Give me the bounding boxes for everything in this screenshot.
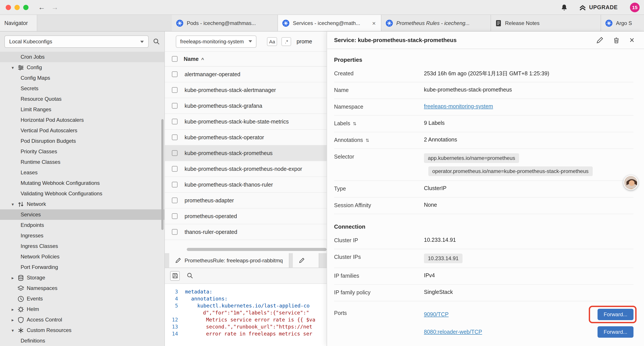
close-icon[interactable]: ×	[630, 36, 634, 44]
scrollbar-thumb[interactable]	[187, 248, 326, 251]
tab-close-icon[interactable]: ×	[371, 19, 376, 26]
dock-tab-partial[interactable]	[293, 253, 319, 268]
minimize-window-button[interactable]	[14, 4, 20, 10]
sidebar-item-vertical-pod-autoscalers[interactable]: Vertical Pod Autoscalers	[0, 125, 164, 136]
chevron-down-icon: ▾	[10, 202, 15, 207]
sidebar-item-events[interactable]: Events	[0, 294, 164, 304]
labels-expander[interactable]: Labels ⇅	[334, 120, 424, 127]
selector-chip: app.kubernetes.io/name=prometheus	[424, 153, 519, 163]
sidebar-item-port-forwarding[interactable]: Port Forwarding	[0, 262, 164, 272]
sidebar-item-mutating-webhook-configurations[interactable]: Mutating Webhook Configurations	[0, 178, 164, 188]
sidebar-item-validating-webhook-configurations[interactable]: Validating Webhook Configurations	[0, 188, 164, 199]
kubernetes-icon	[176, 19, 183, 26]
upgrade-button[interactable]: UPGRADE	[579, 4, 618, 11]
regex-toggle[interactable]: .*	[282, 37, 291, 46]
save-button[interactable]	[170, 271, 180, 281]
notification-count-badge[interactable]: 15	[630, 2, 640, 12]
drawer-body: Properties Created 253d 16h 6m ago (2025…	[327, 53, 644, 345]
tab-prometheus-rules[interactable]: Prometheus Rules - icecheng...	[382, 15, 491, 31]
row-checkbox[interactable]	[172, 166, 178, 172]
sidebar-scrollbar[interactable]	[161, 119, 164, 230]
sidebar-item-secrets[interactable]: Secrets	[0, 83, 164, 94]
row-checkbox[interactable]	[172, 229, 178, 235]
chevron-down-icon	[140, 40, 144, 43]
sidebar-item-ingress-classes[interactable]: Ingress Classes	[0, 241, 164, 251]
forward-arrow-icon[interactable]: →	[51, 4, 58, 11]
upgrade-icon	[579, 4, 586, 11]
helm-icon	[18, 306, 24, 313]
sidebar-group-custom-resources[interactable]: ▾ Custom Resources	[0, 325, 164, 336]
namespace-link[interactable]: freeleaps-monitoring-system	[424, 103, 493, 109]
sidebar-item-pod-disruption-budgets[interactable]: Pod Disruption Budgets	[0, 136, 164, 146]
select-all-checkbox[interactable]	[172, 56, 178, 62]
edit-pencil-icon[interactable]	[596, 36, 603, 43]
tab-release-notes[interactable]: Release Notes	[491, 15, 601, 31]
back-arrow-icon[interactable]: ←	[38, 4, 45, 11]
tab-argo[interactable]: Argo S	[601, 15, 644, 31]
window-titlebar: ← → UPGRADE 15	[0, 0, 644, 15]
detail-row-ip-family-policy: IP family policy SingleStack	[334, 285, 634, 301]
row-checkbox[interactable]	[172, 119, 178, 124]
tab-label: Release Notes	[505, 20, 596, 26]
row-checkbox[interactable]	[172, 198, 178, 203]
namespaces-icon	[18, 285, 24, 292]
forward-button[interactable]: Forward...	[598, 309, 634, 320]
detail-row-annotations: Annotations ⇅ 2 Annotations	[334, 132, 634, 149]
sidebar-group-storage[interactable]: ▸ Storage	[0, 272, 164, 283]
sidebar-item-network-policies[interactable]: Network Policies	[0, 251, 164, 262]
avatar[interactable]	[624, 175, 638, 190]
sidebar-item-definitions[interactable]: Definitions	[0, 336, 164, 346]
tab-pods[interactable]: Pods - icecheng@mathmas...	[172, 15, 278, 31]
kubeconfig-selector-value: Local Kubeconfigs	[9, 38, 52, 45]
row-checkbox[interactable]	[172, 213, 178, 219]
delete-trash-icon[interactable]	[613, 36, 620, 43]
pencil-icon	[299, 258, 305, 263]
close-window-button[interactable]	[6, 4, 11, 10]
sidebar-item-priority-classes[interactable]: Priority Classes	[0, 146, 164, 157]
editor-search-icon[interactable]	[187, 272, 193, 279]
sidebar-group-network[interactable]: ▾ Network	[0, 199, 164, 209]
sidebar-item-resource-quotas[interactable]: Resource Quotas	[0, 94, 164, 104]
zoom-window-button[interactable]	[23, 4, 28, 10]
sidebar-item-services[interactable]: Services	[0, 209, 164, 220]
row-checkbox[interactable]	[172, 87, 178, 93]
line-number: 5	[165, 302, 185, 309]
sidebar-item-leases[interactable]: Leases	[0, 167, 164, 178]
namespace-filter-select[interactable]: freeleaps-monitoring-system	[176, 35, 256, 47]
chevron-down-icon	[248, 40, 252, 42]
name-column-header[interactable]: Name ^	[184, 56, 204, 62]
window-controls	[6, 4, 28, 10]
row-checkbox[interactable]	[172, 134, 178, 140]
sidebar-item-cron-jobs[interactable]: Cron Jobs	[0, 52, 164, 62]
match-case-toggle[interactable]: Aa	[267, 37, 277, 46]
sidebar-item-limit-ranges[interactable]: Limit Ranges	[0, 104, 164, 115]
tab-bar: Navigator Pods - icecheng@mathmas... Ser…	[0, 15, 644, 31]
dock-tab-prometheusrule[interactable]: PrometheusRule: freeleaps-prod-rabbitmq	[169, 253, 289, 268]
sidebar-item-horizontal-pod-autoscalers[interactable]: Horizontal Pod Autoscalers	[0, 115, 164, 125]
tab-services[interactable]: Services - icecheng@math... ×	[278, 15, 382, 31]
sidebar-search-icon[interactable]	[153, 38, 160, 45]
port-link[interactable]: 8080:reloader-web/TCP	[424, 329, 482, 335]
sidebar-group-config[interactable]: ▾ Config	[0, 62, 164, 73]
sidebar-item-endpoints[interactable]: Endpoints	[0, 220, 164, 230]
row-checkbox[interactable]	[172, 150, 178, 156]
sidebar-group-access-control[interactable]: ▸ Access Control	[0, 315, 164, 325]
row-checkbox[interactable]	[172, 103, 178, 109]
code-line: kubectl.kubernetes.io/last-applied-co	[185, 302, 310, 309]
sidebar-group-helm[interactable]: ▸ Helm	[0, 304, 164, 315]
port-link[interactable]: 9090/TCP	[424, 311, 449, 318]
annotations-expander[interactable]: Annotations ⇅	[334, 137, 424, 143]
sidebar-item-config-maps[interactable]: Config Maps	[0, 73, 164, 83]
notifications-bell-icon[interactable]	[560, 4, 568, 11]
row-checkbox[interactable]	[172, 182, 178, 187]
row-checkbox[interactable]	[172, 71, 178, 77]
detail-row-ip-families: IP families IPv4	[334, 268, 634, 285]
sidebar-item-runtime-classes[interactable]: Runtime Classes	[0, 157, 164, 167]
upgrade-label: UPGRADE	[589, 4, 618, 10]
tab-label: Services - icecheng@math...	[293, 20, 368, 26]
forward-button[interactable]: Forward...	[598, 326, 634, 338]
kubernetes-icon	[282, 19, 289, 26]
kubeconfig-selector[interactable]: Local Kubeconfigs	[4, 35, 148, 48]
sidebar-item-ingresses[interactable]: Ingresses	[0, 230, 164, 241]
sidebar-item-namespaces[interactable]: Namespaces	[0, 283, 164, 294]
